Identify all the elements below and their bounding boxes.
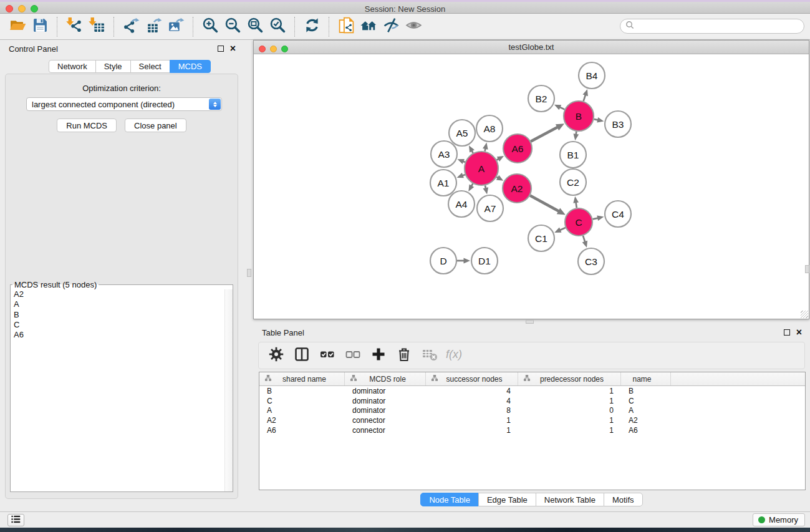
graph-node-B2[interactable]: B2 <box>528 85 554 112</box>
mcds-result-item[interactable]: B <box>11 310 224 320</box>
column-header-predecessor-nodes[interactable]: predecessor nodes <box>518 372 621 385</box>
export-network-button[interactable] <box>120 16 142 38</box>
network-file-button[interactable] <box>335 16 357 38</box>
refresh-button[interactable] <box>301 16 323 38</box>
graph-node-C[interactable]: C <box>565 208 592 236</box>
graph-node-C3[interactable]: C3 <box>578 248 604 274</box>
graph-edge-C-C4[interactable] <box>593 216 604 221</box>
graph-node-B4[interactable]: B4 <box>579 62 605 89</box>
cell[interactable]: A <box>621 406 671 415</box>
cell[interactable]: 1 <box>426 426 518 435</box>
memory-button[interactable]: Memory <box>753 513 805 526</box>
graph-node-A2[interactable]: A2 <box>503 174 531 203</box>
graph-edge-A-A5[interactable] <box>469 145 475 153</box>
cell[interactable]: dominator <box>345 387 426 395</box>
graph-node-B[interactable]: B <box>564 101 594 131</box>
table-row[interactable]: A2connector11A2 <box>259 415 805 425</box>
cell[interactable]: A <box>259 406 345 415</box>
import-network-button[interactable] <box>63 16 85 38</box>
export-image-button[interactable] <box>165 16 187 38</box>
table-row[interactable]: A6connector11A6 <box>259 425 805 435</box>
save-button[interactable] <box>29 16 51 38</box>
float-panel-icon[interactable] <box>218 46 224 52</box>
graph-edge-D-D1[interactable] <box>457 258 470 264</box>
graph-edge-C-C2[interactable] <box>573 196 579 208</box>
deselect-all-button[interactable] <box>343 346 363 365</box>
mcds-result-item[interactable]: A <box>11 299 224 309</box>
result-scrollbar[interactable] <box>224 289 233 491</box>
network-canvas[interactable]: A5A8A3A1A4A7B1B2B3B4C1C2C3C4DD1AA6A2BC <box>254 55 809 319</box>
graph-node-A7[interactable]: A7 <box>477 195 503 221</box>
graph-node-A5[interactable]: A5 <box>449 120 475 146</box>
home-button[interactable] <box>357 16 380 38</box>
graph-node-C4[interactable]: C4 <box>605 201 631 227</box>
open-file-button[interactable] <box>6 16 29 38</box>
right-splitter-handle[interactable] <box>805 265 809 273</box>
delete-row-button[interactable] <box>394 346 414 365</box>
tab-network[interactable]: Network <box>49 60 96 73</box>
cell[interactable]: B <box>621 387 671 395</box>
float-table-panel-icon[interactable] <box>784 329 790 336</box>
graph-edge-C-C1[interactable] <box>554 228 566 233</box>
zoom-fit-button[interactable] <box>244 16 266 38</box>
table-row[interactable]: Cdominator41C <box>259 396 805 406</box>
cell[interactable]: connector <box>345 426 426 435</box>
add-row-button[interactable] <box>369 346 388 365</box>
tab-node-table[interactable]: Node Table <box>420 493 479 506</box>
graph-node-D[interactable]: D <box>430 248 456 274</box>
cell[interactable]: B <box>259 387 345 395</box>
column-header-mcds-role[interactable]: MCDS role <box>345 372 426 385</box>
graph-edge-A-A2[interactable] <box>496 175 503 181</box>
graph-edge-A-A3[interactable] <box>458 159 465 164</box>
close-panel-button[interactable]: Close panel <box>125 118 186 132</box>
graph-node-A8[interactable]: A8 <box>476 115 503 142</box>
graph-edge-A2-C[interactable] <box>530 196 566 215</box>
graph-node-A3[interactable]: A3 <box>431 141 457 167</box>
column-header-shared-name[interactable]: shared name <box>259 372 345 385</box>
cell[interactable]: 8 <box>426 406 518 415</box>
graph-node-A1[interactable]: A1 <box>430 170 456 196</box>
cell[interactable]: dominator <box>345 406 426 415</box>
window-resize-grip[interactable] <box>801 311 808 318</box>
cell[interactable]: 4 <box>426 397 518 405</box>
cell[interactable]: A6 <box>621 426 671 435</box>
zoom-selected-button[interactable] <box>266 16 289 38</box>
import-table-button[interactable] <box>85 16 108 38</box>
task-history-button[interactable] <box>7 514 24 526</box>
run-mcds-button[interactable]: Run MCDS <box>57 118 117 132</box>
tab-mcds[interactable]: MCDS <box>170 60 211 73</box>
vertical-splitter-handle[interactable] <box>247 269 251 277</box>
cell[interactable]: 1 <box>518 387 621 395</box>
graph-edge-C-C3[interactable] <box>582 236 587 248</box>
cell[interactable]: connector <box>345 416 426 425</box>
graph-node-D1[interactable]: D1 <box>471 248 498 274</box>
column-header-successor-nodes[interactable]: successor nodes <box>426 372 518 385</box>
horizontal-splitter-handle[interactable] <box>526 320 534 324</box>
zoom-out-button[interactable] <box>221 16 244 38</box>
graph-node-A6[interactable]: A6 <box>503 134 532 163</box>
cell[interactable]: 1 <box>518 397 621 405</box>
cell[interactable]: A2 <box>259 416 345 425</box>
cell[interactable]: 1 <box>518 426 621 435</box>
tab-edge-table[interactable]: Edge Table <box>478 493 536 506</box>
show-graphics-details-button[interactable] <box>402 16 425 38</box>
hide-graphics-details-button[interactable] <box>380 16 402 38</box>
tab-style[interactable]: Style <box>95 60 131 73</box>
export-table-button[interactable] <box>142 16 165 38</box>
graph-edge-A-A4[interactable] <box>468 183 474 191</box>
graph-node-B1[interactable]: B1 <box>560 142 586 168</box>
graph-edge-A6-B[interactable] <box>531 123 564 142</box>
cell[interactable]: 0 <box>518 406 621 415</box>
cell[interactable]: A6 <box>259 426 345 435</box>
mcds-result-item[interactable]: A6 <box>11 330 224 340</box>
column-header-name[interactable]: name <box>621 372 671 385</box>
select-all-button[interactable] <box>317 346 337 365</box>
columns-button[interactable] <box>292 346 312 365</box>
search-input[interactable] <box>637 22 799 31</box>
graph-edge-B-B4[interactable] <box>583 89 588 101</box>
graph-edge-A-A8[interactable] <box>483 143 488 152</box>
cell[interactable]: C <box>621 397 671 405</box>
cell[interactable]: 1 <box>518 416 621 425</box>
cell[interactable]: C <box>259 397 345 405</box>
graph-edge-B-B3[interactable] <box>594 117 604 123</box>
